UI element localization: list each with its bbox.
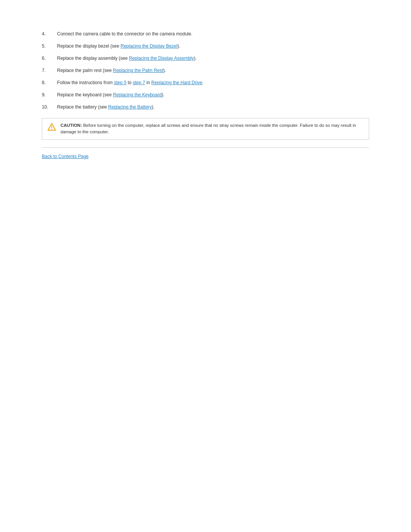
step-number-6: 6.	[42, 55, 57, 62]
svg-point-2	[51, 129, 52, 129]
step-text-5: Replace the display bezel (see Replacing…	[57, 43, 180, 50]
step-text-6: Replace the display assembly (see Replac…	[57, 55, 197, 62]
step-7: 7. Replace the palm rest (see Replacing …	[42, 67, 369, 74]
link-replacing-palm-rest[interactable]: Replacing the Palm Rest	[113, 68, 163, 73]
link-replacing-hard-drive[interactable]: Replacing the Hard Drive	[151, 80, 202, 85]
link-replacing-display-assembly[interactable]: Replacing the Display Assembly	[129, 56, 194, 61]
step-number-4: 4.	[42, 30, 57, 37]
step-number-5: 5.	[42, 43, 57, 50]
step-text-7: Replace the palm rest (see Replacing the…	[57, 67, 166, 74]
caution-text: CAUTION: Before turning on the computer,…	[61, 122, 363, 136]
step-10: 10. Replace the battery (see Replacing t…	[42, 104, 369, 110]
steps-list: 4. Connect the camera cable to the conne…	[42, 30, 369, 110]
back-to-contents-link[interactable]: Back to Contents Page	[42, 154, 89, 159]
link-replacing-display-bezel[interactable]: Replacing the Display Bezel	[121, 43, 177, 49]
link-step5[interactable]: step 5	[114, 80, 126, 85]
back-link-container: Back to Contents Page	[42, 154, 369, 159]
step-number-10: 10.	[42, 104, 57, 110]
link-step7[interactable]: step 7	[133, 80, 145, 85]
page-container: 4. Connect the camera cable to the conne…	[0, 0, 411, 182]
step-text-4: Connect the camera cable to the connecto…	[57, 30, 193, 37]
step-8: 8. Follow the instructions from step 5 t…	[42, 79, 369, 86]
step-text-8: Follow the instructions from step 5 to s…	[57, 79, 204, 86]
step-4: 4. Connect the camera cable to the conne…	[42, 30, 369, 37]
caution-box: CAUTION: Before turning on the computer,…	[42, 118, 369, 140]
link-replacing-keyboard[interactable]: Replacing the Keyboard	[113, 92, 162, 97]
caution-icon	[48, 123, 57, 132]
step-number-8: 8.	[42, 79, 57, 86]
step-6: 6. Replace the display assembly (see Rep…	[42, 55, 369, 62]
step-5: 5. Replace the display bezel (see Replac…	[42, 43, 369, 50]
link-replacing-battery[interactable]: Replacing the Battery	[108, 104, 152, 110]
divider	[42, 147, 369, 148]
step-number-9: 9.	[42, 91, 57, 98]
caution-body: Before turning on the computer, replace …	[61, 123, 356, 134]
step-9: 9. Replace the keyboard (see Replacing t…	[42, 91, 369, 98]
caution-label: CAUTION:	[61, 123, 82, 128]
step-text-9: Replace the keyboard (see Replacing the …	[57, 91, 164, 98]
step-text-10: Replace the battery (see Replacing the B…	[57, 104, 155, 110]
step-number-7: 7.	[42, 67, 57, 74]
